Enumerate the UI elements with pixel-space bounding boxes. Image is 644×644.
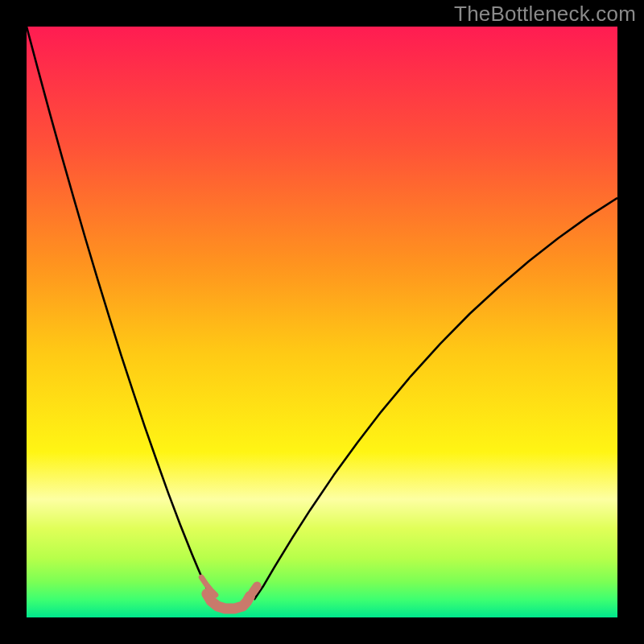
- series-valley-marker-right-dot: [253, 586, 257, 592]
- chart-background: [27, 27, 617, 617]
- chart-svg: [27, 27, 617, 617]
- watermark-text: TheBottleneck.com: [454, 2, 636, 27]
- plot-area: [27, 27, 617, 617]
- chart-frame: TheBottleneck.com: [0, 0, 644, 644]
